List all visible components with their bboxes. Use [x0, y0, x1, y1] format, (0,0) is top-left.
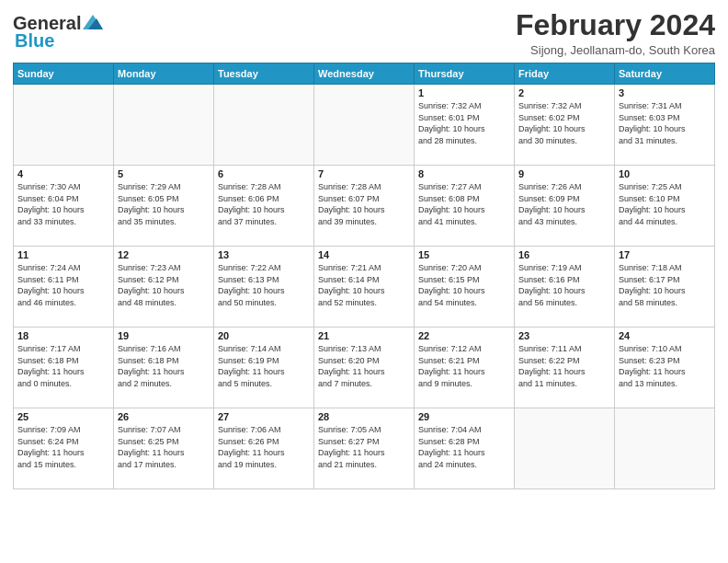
day-info: Sunrise: 7:11 AM Sunset: 6:22 PM Dayligh…	[518, 343, 610, 389]
day-info: Sunrise: 7:17 AM Sunset: 6:18 PM Dayligh…	[17, 343, 109, 389]
day-number: 6	[218, 168, 310, 179]
title-section: February 2024 Sijong, Jeollanam-do, Sout…	[516, 9, 715, 57]
day-number: 7	[318, 168, 410, 179]
calendar-week-1: 4Sunrise: 7:30 AM Sunset: 6:04 PM Daylig…	[14, 166, 715, 247]
calendar-cell: 24Sunrise: 7:10 AM Sunset: 6:23 PM Dayli…	[615, 327, 715, 408]
day-number: 12	[118, 249, 210, 260]
day-info: Sunrise: 7:22 AM Sunset: 6:13 PM Dayligh…	[218, 262, 310, 308]
day-info: Sunrise: 7:29 AM Sunset: 6:05 PM Dayligh…	[118, 181, 210, 227]
weekday-header-sunday: Sunday	[14, 63, 114, 85]
calendar-cell: 7Sunrise: 7:28 AM Sunset: 6:07 PM Daylig…	[314, 166, 415, 247]
day-number: 3	[619, 87, 711, 98]
calendar-cell: 2Sunrise: 7:32 AM Sunset: 6:02 PM Daylig…	[515, 85, 615, 166]
calendar-cell: 27Sunrise: 7:06 AM Sunset: 6:26 PM Dayli…	[214, 408, 314, 489]
day-number: 1	[418, 87, 510, 98]
day-info: Sunrise: 7:16 AM Sunset: 6:18 PM Dayligh…	[118, 343, 210, 389]
calendar-cell: 9Sunrise: 7:26 AM Sunset: 6:09 PM Daylig…	[515, 166, 615, 247]
calendar-cell	[114, 85, 214, 166]
calendar-subtitle: Sijong, Jeollanam-do, South Korea	[516, 43, 715, 57]
day-info: Sunrise: 7:24 AM Sunset: 6:11 PM Dayligh…	[17, 262, 109, 308]
calendar-cell: 18Sunrise: 7:17 AM Sunset: 6:18 PM Dayli…	[14, 327, 114, 408]
day-number: 26	[118, 411, 210, 422]
day-number: 20	[218, 330, 310, 341]
day-info: Sunrise: 7:28 AM Sunset: 6:07 PM Dayligh…	[318, 181, 410, 227]
calendar-cell: 19Sunrise: 7:16 AM Sunset: 6:18 PM Dayli…	[114, 327, 214, 408]
day-number: 19	[118, 330, 210, 341]
day-info: Sunrise: 7:20 AM Sunset: 6:15 PM Dayligh…	[418, 262, 510, 308]
calendar-cell: 20Sunrise: 7:14 AM Sunset: 6:19 PM Dayli…	[214, 327, 314, 408]
day-info: Sunrise: 7:26 AM Sunset: 6:09 PM Dayligh…	[518, 181, 610, 227]
calendar-cell	[214, 85, 314, 166]
calendar-cell: 25Sunrise: 7:09 AM Sunset: 6:24 PM Dayli…	[14, 408, 114, 489]
day-number: 23	[518, 330, 610, 341]
day-number: 14	[318, 249, 410, 260]
calendar-cell: 4Sunrise: 7:30 AM Sunset: 6:04 PM Daylig…	[14, 166, 114, 247]
day-number: 29	[418, 411, 510, 422]
calendar-cell: 11Sunrise: 7:24 AM Sunset: 6:11 PM Dayli…	[14, 247, 114, 327]
calendar-cell: 13Sunrise: 7:22 AM Sunset: 6:13 PM Dayli…	[214, 247, 314, 327]
calendar-cell: 26Sunrise: 7:07 AM Sunset: 6:25 PM Dayli…	[114, 408, 214, 489]
day-info: Sunrise: 7:23 AM Sunset: 6:12 PM Dayligh…	[118, 262, 210, 308]
day-number: 22	[418, 330, 510, 341]
weekday-header-saturday: Saturday	[615, 63, 715, 85]
calendar-cell: 15Sunrise: 7:20 AM Sunset: 6:15 PM Dayli…	[415, 247, 515, 327]
calendar-week-2: 11Sunrise: 7:24 AM Sunset: 6:11 PM Dayli…	[14, 247, 715, 327]
calendar-week-3: 18Sunrise: 7:17 AM Sunset: 6:18 PM Dayli…	[14, 327, 715, 408]
calendar-header-row: SundayMondayTuesdayWednesdayThursdayFrid…	[14, 63, 715, 85]
weekday-header-monday: Monday	[114, 63, 214, 85]
calendar-week-0: 1Sunrise: 7:32 AM Sunset: 6:01 PM Daylig…	[14, 85, 715, 166]
calendar-cell	[615, 408, 715, 489]
logo-blue: Blue	[13, 30, 54, 52]
day-number: 21	[318, 330, 410, 341]
calendar-cell: 8Sunrise: 7:27 AM Sunset: 6:08 PM Daylig…	[415, 166, 515, 247]
day-info: Sunrise: 7:32 AM Sunset: 6:02 PM Dayligh…	[518, 100, 610, 146]
calendar-title: February 2024	[516, 9, 715, 41]
day-info: Sunrise: 7:30 AM Sunset: 6:04 PM Dayligh…	[17, 181, 109, 227]
day-info: Sunrise: 7:10 AM Sunset: 6:23 PM Dayligh…	[619, 343, 711, 389]
day-info: Sunrise: 7:04 AM Sunset: 6:28 PM Dayligh…	[418, 424, 510, 470]
calendar-cell: 3Sunrise: 7:31 AM Sunset: 6:03 PM Daylig…	[615, 85, 715, 166]
calendar-cell: 14Sunrise: 7:21 AM Sunset: 6:14 PM Dayli…	[314, 247, 415, 327]
calendar-cell: 10Sunrise: 7:25 AM Sunset: 6:10 PM Dayli…	[615, 166, 715, 247]
calendar-cell: 16Sunrise: 7:19 AM Sunset: 6:16 PM Dayli…	[515, 247, 615, 327]
calendar-cell: 23Sunrise: 7:11 AM Sunset: 6:22 PM Dayli…	[515, 327, 615, 408]
day-number: 16	[518, 249, 610, 260]
calendar-cell	[314, 85, 415, 166]
weekday-header-friday: Friday	[515, 63, 615, 85]
calendar-cell: 28Sunrise: 7:05 AM Sunset: 6:27 PM Dayli…	[314, 408, 415, 489]
day-info: Sunrise: 7:28 AM Sunset: 6:06 PM Dayligh…	[218, 181, 310, 227]
page: General Blue February 2024 Sijong, Jeoll…	[0, 0, 728, 563]
day-info: Sunrise: 7:19 AM Sunset: 6:16 PM Dayligh…	[518, 262, 610, 308]
logo: General Blue	[13, 13, 103, 52]
day-number: 25	[17, 411, 109, 422]
calendar-cell	[14, 85, 114, 166]
day-number: 27	[218, 411, 310, 422]
day-number: 4	[17, 168, 109, 179]
day-info: Sunrise: 7:09 AM Sunset: 6:24 PM Dayligh…	[17, 424, 109, 470]
day-number: 10	[619, 168, 711, 179]
day-number: 9	[518, 168, 610, 179]
day-info: Sunrise: 7:05 AM Sunset: 6:27 PM Dayligh…	[318, 424, 410, 470]
calendar-cell: 21Sunrise: 7:13 AM Sunset: 6:20 PM Dayli…	[314, 327, 415, 408]
day-number: 24	[619, 330, 711, 341]
day-info: Sunrise: 7:13 AM Sunset: 6:20 PM Dayligh…	[318, 343, 410, 389]
day-info: Sunrise: 7:06 AM Sunset: 6:26 PM Dayligh…	[218, 424, 310, 470]
weekday-header-thursday: Thursday	[415, 63, 515, 85]
calendar-cell: 29Sunrise: 7:04 AM Sunset: 6:28 PM Dayli…	[415, 408, 515, 489]
day-info: Sunrise: 7:18 AM Sunset: 6:17 PM Dayligh…	[619, 262, 711, 308]
calendar-cell: 22Sunrise: 7:12 AM Sunset: 6:21 PM Dayli…	[415, 327, 515, 408]
weekday-header-wednesday: Wednesday	[314, 63, 415, 85]
day-number: 17	[619, 249, 711, 260]
day-number: 5	[118, 168, 210, 179]
calendar-cell: 1Sunrise: 7:32 AM Sunset: 6:01 PM Daylig…	[415, 85, 515, 166]
calendar-cell: 17Sunrise: 7:18 AM Sunset: 6:17 PM Dayli…	[615, 247, 715, 327]
header: General Blue February 2024 Sijong, Jeoll…	[13, 9, 715, 57]
day-info: Sunrise: 7:31 AM Sunset: 6:03 PM Dayligh…	[619, 100, 711, 146]
calendar-cell	[515, 408, 615, 489]
day-number: 2	[518, 87, 610, 98]
day-number: 13	[218, 249, 310, 260]
weekday-header-tuesday: Tuesday	[214, 63, 314, 85]
day-number: 8	[418, 168, 510, 179]
day-info: Sunrise: 7:12 AM Sunset: 6:21 PM Dayligh…	[418, 343, 510, 389]
day-number: 15	[418, 249, 510, 260]
